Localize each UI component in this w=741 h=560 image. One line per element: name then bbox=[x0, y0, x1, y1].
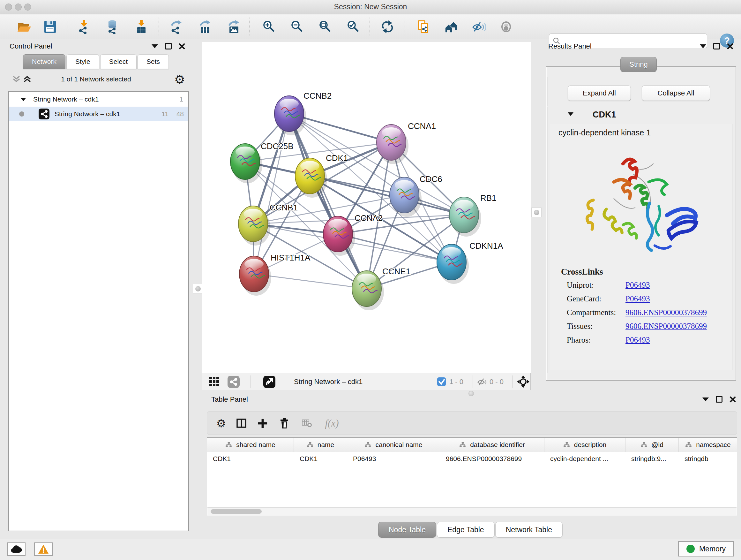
expand-all-button[interactable]: Expand All bbox=[568, 85, 631, 101]
string-results-box: Expand All Collapse All CDK1 cyclin-depe… bbox=[546, 66, 736, 381]
function-builder-button[interactable]: f(x) bbox=[321, 417, 343, 430]
network-row-selected[interactable]: String Network – cdk1 11 48 bbox=[9, 107, 188, 121]
network-list-toolbar: 1 of 1 Network selected ⚙ bbox=[3, 71, 190, 87]
expand-all-icon[interactable] bbox=[23, 75, 31, 83]
column-header-namespace[interactable]: namespace bbox=[679, 438, 737, 452]
node-description: cyclin-dependent kinase 1 bbox=[550, 124, 732, 137]
export-table-button[interactable] bbox=[197, 18, 213, 35]
table-cell[interactable]: CDK1 bbox=[294, 452, 347, 465]
memory-button[interactable]: Memory bbox=[678, 541, 734, 557]
table-cell[interactable]: cyclin-dependent ... bbox=[544, 452, 625, 465]
tab-node-table[interactable]: Node Table bbox=[378, 522, 436, 538]
zoom-out-button[interactable] bbox=[288, 18, 305, 35]
show-columns-button[interactable] bbox=[234, 417, 249, 430]
network-node-CDC25B[interactable]: CDC25B bbox=[230, 141, 293, 183]
column-header-database-identifier[interactable]: database identifier bbox=[440, 438, 544, 452]
tab-sets[interactable]: Sets bbox=[138, 54, 169, 69]
collapse-all-button[interactable]: Collapse All bbox=[642, 85, 710, 101]
birds-eye-view-button[interactable] bbox=[263, 376, 275, 389]
pan-mode-button[interactable] bbox=[517, 375, 530, 389]
table-cell[interactable]: stringdb:9... bbox=[625, 452, 679, 465]
close-panel-icon[interactable] bbox=[730, 396, 736, 402]
collapse-all-icon[interactable] bbox=[12, 75, 21, 83]
view-indicator-dot bbox=[19, 111, 24, 117]
network-node-CDK1[interactable]: CDK1 bbox=[295, 153, 348, 198]
panel-menu-icon[interactable] bbox=[151, 44, 158, 48]
close-panel-icon[interactable] bbox=[179, 43, 185, 50]
close-panel-icon[interactable] bbox=[727, 43, 733, 50]
selected-checkbox[interactable] bbox=[437, 377, 446, 387]
network-node-CCNB2[interactable]: CCNB2 bbox=[274, 91, 332, 135]
panel-menu-icon[interactable] bbox=[700, 44, 706, 48]
crosslink-value-link[interactable]: P06493 bbox=[625, 335, 650, 345]
tab-edge-table[interactable]: Edge Table bbox=[437, 522, 495, 538]
gear-icon[interactable]: ⚙ bbox=[174, 73, 185, 85]
tab-style[interactable]: Style bbox=[66, 54, 99, 69]
control-panel: Control Panel NetworkStyleSelectSets 1 o… bbox=[3, 41, 190, 532]
delete-column-button[interactable] bbox=[277, 417, 291, 430]
float-panel-icon[interactable] bbox=[165, 43, 172, 50]
table-cell[interactable]: stringdb bbox=[679, 452, 737, 465]
crosslink-value-link[interactable]: P06493 bbox=[625, 294, 650, 303]
column-header--id[interactable]: @id bbox=[625, 438, 679, 452]
network-node-CDKN1A[interactable]: CDKN1A bbox=[437, 241, 503, 284]
tab-select[interactable]: Select bbox=[100, 54, 137, 69]
network-node-CDC6[interactable]: CDC6 bbox=[390, 174, 442, 217]
delete-table-button[interactable] bbox=[300, 417, 314, 430]
network-collection-row[interactable]: String Network – cdk1 1 bbox=[9, 92, 188, 107]
network-node-RB1[interactable]: RB1 bbox=[449, 193, 496, 237]
grid-view-button[interactable] bbox=[208, 376, 220, 388]
panel-menu-icon[interactable] bbox=[702, 397, 709, 401]
column-header-shared-name[interactable]: shared name bbox=[207, 438, 294, 452]
export-image-button[interactable] bbox=[226, 18, 242, 35]
float-panel-icon[interactable] bbox=[713, 43, 720, 50]
table-settings-button[interactable]: ⚙ bbox=[214, 417, 228, 430]
collapse-arrow-icon[interactable] bbox=[20, 98, 26, 101]
node-count: 11 bbox=[161, 110, 169, 118]
right-splitter-handle[interactable] bbox=[531, 207, 542, 217]
tab-network[interactable]: Network bbox=[23, 54, 65, 69]
table-cell[interactable]: 9606.ENSP00000378699 bbox=[440, 452, 544, 465]
crosslink-row: GeneCard:P06493 bbox=[550, 293, 732, 307]
warnings-button[interactable] bbox=[34, 543, 53, 556]
import-network-file-button[interactable] bbox=[76, 18, 92, 35]
refresh-view-button[interactable] bbox=[379, 18, 396, 35]
svg-text:CDK1: CDK1 bbox=[326, 153, 348, 163]
create-column-button[interactable] bbox=[256, 417, 270, 430]
network-node-CCNE1[interactable]: CCNE1 bbox=[352, 266, 410, 310]
table-cell[interactable]: CDK1 bbox=[207, 452, 294, 465]
cloud-button[interactable] bbox=[7, 543, 25, 556]
import-network-database-button[interactable] bbox=[105, 18, 121, 35]
first-neighbors-button[interactable] bbox=[443, 18, 460, 35]
network-node-HIST1H1A[interactable]: HIST1H1A bbox=[239, 253, 311, 296]
crosslink-value-link[interactable]: P06493 bbox=[625, 281, 650, 290]
table-row[interactable]: CDK1CDK1P064939606.ENSP00000378699cyclin… bbox=[207, 452, 737, 465]
scrollbar-thumb[interactable] bbox=[211, 509, 262, 514]
open-session-button[interactable] bbox=[16, 18, 32, 35]
import-table-file-button[interactable] bbox=[133, 18, 150, 35]
horizontal-scrollbar[interactable] bbox=[207, 507, 737, 515]
node-result-header[interactable]: CDK1 bbox=[548, 107, 734, 122]
crosslink-value-link[interactable]: 9606.ENSP00000378699 bbox=[625, 308, 707, 317]
svg-text:CCNB1: CCNB1 bbox=[270, 203, 298, 212]
tab-string[interactable]: String bbox=[620, 57, 657, 72]
float-panel-icon[interactable] bbox=[716, 396, 723, 402]
zoom-fit-button[interactable] bbox=[317, 18, 333, 35]
hidden-elements-button[interactable] bbox=[476, 377, 487, 388]
zoom-in-button[interactable] bbox=[260, 18, 277, 35]
show-all-button[interactable] bbox=[498, 18, 515, 35]
export-network-button[interactable] bbox=[168, 18, 185, 35]
hide-selected-button[interactable] bbox=[470, 18, 487, 35]
table-cell[interactable]: P06493 bbox=[347, 452, 440, 465]
network-view-button[interactable] bbox=[227, 376, 240, 389]
save-session-button[interactable] bbox=[42, 18, 58, 35]
zoom-selected-button[interactable] bbox=[345, 18, 361, 35]
tab-network-table[interactable]: Network Table bbox=[495, 522, 562, 538]
column-header-canonical-name[interactable]: canonical name bbox=[347, 438, 440, 452]
network-canvas[interactable]: CCNB2CCNA1CDC25BCDK1CDC6RB1CCNB1CCNA2CDK… bbox=[202, 42, 531, 373]
copy-network-button[interactable] bbox=[415, 18, 431, 35]
column-header-name[interactable]: name bbox=[294, 438, 347, 452]
column-header-description[interactable]: description bbox=[544, 438, 625, 452]
collapse-arrow-icon[interactable] bbox=[568, 112, 574, 116]
crosslink-value-link[interactable]: 9606.ENSP00000378699 bbox=[625, 322, 707, 331]
